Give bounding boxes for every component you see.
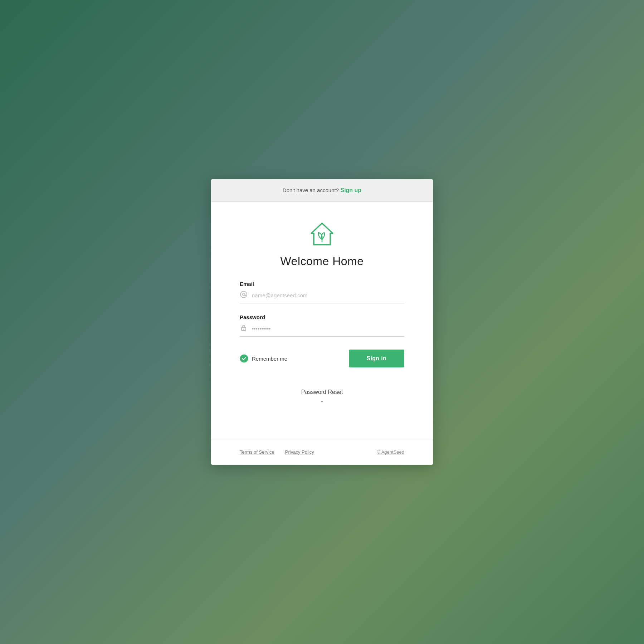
card-body: Welcome Home Email Password bbox=[211, 202, 433, 425]
svg-point-4 bbox=[243, 329, 244, 330]
email-section: Email bbox=[240, 281, 404, 303]
login-card: Don't have an account? Sign up Welcome H… bbox=[211, 179, 433, 465]
terms-of-service-link[interactable]: Terms of Service bbox=[240, 449, 274, 455]
remember-me-checkbox[interactable]: Remember me bbox=[240, 354, 287, 363]
password-input[interactable] bbox=[252, 326, 404, 332]
svg-point-2 bbox=[243, 293, 245, 296]
svg-point-5 bbox=[240, 355, 248, 362]
email-input-row bbox=[240, 291, 404, 303]
no-account-text: Don't have an account? bbox=[283, 187, 339, 193]
footer-copyright: © AgentSeed bbox=[377, 449, 404, 455]
privacy-policy-link[interactable]: Privacy Policy bbox=[285, 449, 314, 455]
email-input[interactable] bbox=[252, 292, 404, 298]
chevron-down-icon: ⌄ bbox=[240, 397, 404, 403]
signup-link[interactable]: Sign up bbox=[340, 187, 361, 193]
password-reset-section[interactable]: Password Reset ⌄ bbox=[240, 389, 404, 403]
password-label: Password bbox=[240, 314, 404, 320]
agentseed-copyright-link[interactable]: © AgentSeed bbox=[377, 449, 404, 455]
sign-in-button[interactable]: Sign in bbox=[349, 350, 404, 367]
card-header: Don't have an account? Sign up bbox=[211, 179, 433, 202]
svg-point-1 bbox=[240, 291, 247, 298]
remember-label: Remember me bbox=[252, 356, 287, 362]
password-reset-text[interactable]: Password Reset bbox=[240, 389, 404, 395]
checkbox-checked-icon bbox=[240, 354, 248, 363]
welcome-title: Welcome Home bbox=[280, 255, 364, 268]
password-input-row bbox=[240, 324, 404, 337]
password-section: Password bbox=[240, 314, 404, 337]
footer-links: Terms of Service Privacy Policy bbox=[240, 449, 314, 455]
app-logo bbox=[308, 220, 336, 248]
email-label: Email bbox=[240, 281, 404, 287]
actions-row: Remember me Sign in bbox=[240, 350, 404, 367]
logo-area: Welcome Home bbox=[240, 220, 404, 268]
lock-icon bbox=[240, 324, 248, 333]
card-footer: Terms of Service Privacy Policy © AgentS… bbox=[211, 439, 433, 465]
at-icon bbox=[240, 291, 248, 300]
